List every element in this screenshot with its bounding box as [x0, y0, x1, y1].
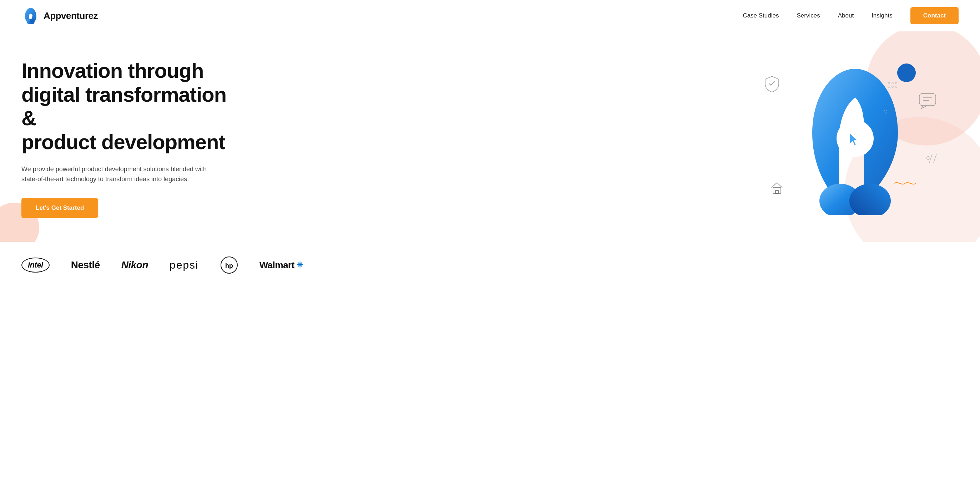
brand-hp: hp [220, 256, 238, 274]
hero-illustration [752, 46, 959, 231]
brand-pepsi: pepsi [170, 259, 199, 271]
hero-subtitle: We provide powerful product development … [21, 164, 221, 185]
svg-line-19 [934, 154, 937, 163]
svg-point-13 [892, 82, 894, 84]
svg-rect-11 [775, 190, 778, 193]
small-circle-deco-1 [884, 110, 887, 113]
hp-logo-icon: hp [220, 256, 238, 274]
decorative-dots [887, 81, 898, 94]
brand-nestle: Nestlé [71, 259, 100, 271]
shield-icon [762, 74, 781, 94]
hero-logo-large [784, 62, 926, 215]
svg-point-1 [30, 19, 35, 24]
nav-item-services[interactable]: Services [797, 12, 820, 19]
nav-item-contact[interactable]: Contact [910, 7, 959, 24]
svg-point-16 [892, 86, 894, 88]
brand-walmart: Walmart ✳ [259, 260, 303, 271]
nav-item-about[interactable]: About [838, 12, 854, 19]
brands-section: intel Nestlé Nikon pepsi hp Walmart ✳ [0, 242, 980, 292]
contact-button[interactable]: Contact [910, 7, 959, 24]
svg-point-4 [850, 184, 891, 215]
home-icon [770, 181, 784, 195]
svg-rect-7 [920, 94, 936, 106]
logo-link[interactable]: Appventurez [21, 6, 98, 25]
nav-link-about[interactable]: About [838, 12, 854, 19]
small-circle-deco-2 [926, 156, 930, 160]
nav-link-case-studies[interactable]: Case Studies [743, 12, 779, 19]
svg-point-14 [896, 82, 897, 84]
chat-icon [918, 92, 937, 111]
brand-nikon: Nikon [121, 259, 148, 271]
nav-item-insights[interactable]: Insights [872, 12, 892, 19]
svg-point-17 [896, 86, 897, 88]
nav-link-services[interactable]: Services [797, 12, 820, 19]
svg-point-2 [29, 14, 32, 17]
squiggle-deco [894, 180, 916, 188]
hero-content: Innovation through digital transformatio… [21, 59, 243, 218]
nav-link-insights[interactable]: Insights [872, 12, 892, 19]
nav-item-case-studies[interactable]: Case Studies [743, 12, 779, 19]
brand-intel: intel [21, 258, 49, 273]
blue-circle-deco [897, 63, 916, 82]
svg-point-15 [888, 86, 890, 88]
navbar: Appventurez Case Studies Services About … [0, 0, 980, 32]
logo-text: Appventurez [43, 10, 98, 21]
svg-point-12 [888, 82, 890, 84]
cta-button[interactable]: Let's Get Started [21, 198, 98, 218]
hero-title: Innovation through digital transformatio… [21, 59, 243, 154]
walmart-star-icon: ✳ [297, 260, 303, 270]
logo-icon [21, 6, 40, 25]
hero-section: Innovation through digital transformatio… [0, 32, 980, 242]
svg-text:hp: hp [225, 262, 233, 269]
nav-links: Case Studies Services About Insights Con… [743, 7, 959, 24]
